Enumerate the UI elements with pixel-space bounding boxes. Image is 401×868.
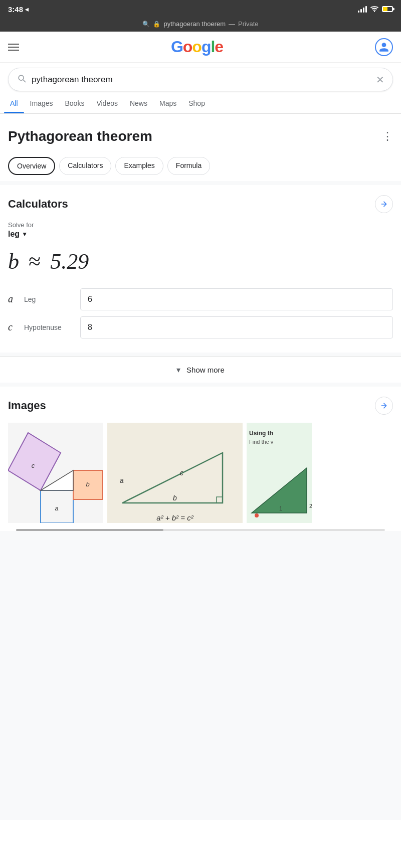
solve-for-value[interactable]: leg ▼ <box>8 230 393 239</box>
kp-title-row: Pythagorean theorem ⋮ <box>8 128 393 145</box>
search-icon <box>17 73 27 86</box>
location-icon: ◂ <box>25 6 29 13</box>
search-bar-container: pythagorean theorem ✕ <box>0 63 401 91</box>
kp-subtabs: Overview Calculators Examples Formula <box>0 151 401 181</box>
logo-o2: o <box>192 38 202 56</box>
status-bar: 3:48 ◂ <box>0 0 401 18</box>
calculators-section: Calculators Solve for leg ▼ b ≈ 5.29 a L… <box>0 185 401 353</box>
svg-point-19 <box>255 513 259 517</box>
calc-section-title: Calculators <box>8 198 68 211</box>
image-3[interactable]: Using th Find the v 1 2 <box>247 423 312 523</box>
images-grid: a b c a b <box>8 423 393 523</box>
image-1[interactable]: a b c <box>8 423 103 523</box>
images-section-header: Images <box>8 397 393 415</box>
account-button[interactable] <box>375 38 393 56</box>
more-options-button[interactable]: ⋮ <box>382 130 393 143</box>
battery-icon <box>382 6 393 12</box>
search-clear-button[interactable]: ✕ <box>376 74 384 86</box>
google-logo: Google <box>171 38 223 56</box>
lock-icon: 🔒 <box>153 21 160 28</box>
scroll-indicator <box>16 529 385 531</box>
signal-bars <box>358 6 367 13</box>
svg-text:1: 1 <box>279 505 282 511</box>
svg-text:c: c <box>180 469 183 477</box>
kp-title-section: Pythagorean theorem ⋮ <box>0 118 401 151</box>
time-display: 3:48 <box>8 5 23 14</box>
search-query[interactable]: pythagorean theorem <box>32 75 372 85</box>
tab-maps[interactable]: Maps <box>153 93 182 113</box>
show-more-section[interactable]: ▾ Show more <box>0 357 401 383</box>
google-header: Google <box>0 32 401 63</box>
images-section-title: Images <box>8 399 46 412</box>
tab-all[interactable]: All <box>4 93 24 113</box>
calc-fields: a Leg c Hypotenuse <box>8 288 393 338</box>
filter-tabs: All Images Books Videos News Maps Shop <box>0 93 401 114</box>
svg-text:Using th: Using th <box>249 430 273 437</box>
calc-input-c[interactable] <box>80 316 393 338</box>
calc-section-header: Calculators <box>8 195 393 213</box>
tab-videos[interactable]: Videos <box>90 93 124 113</box>
calc-arrow-button[interactable] <box>375 195 393 213</box>
hamburger-menu[interactable] <box>8 44 19 51</box>
logo-g2: g <box>202 38 211 56</box>
tab-shop[interactable]: Shop <box>182 93 211 113</box>
calc-field-c: c Hypotenuse <box>8 316 393 338</box>
search-icon-addr: 🔍 <box>142 21 150 28</box>
tab-images[interactable]: Images <box>24 93 59 113</box>
calc-field-a: a Leg <box>8 288 393 310</box>
svg-text:a: a <box>55 504 58 512</box>
tab-books[interactable]: Books <box>59 93 90 113</box>
subtab-formula[interactable]: Formula <box>167 157 210 175</box>
images-section: Images a b c <box>0 387 401 531</box>
svg-text:2: 2 <box>309 503 312 509</box>
svg-text:c: c <box>32 462 35 469</box>
svg-text:b: b <box>173 494 177 502</box>
calc-result: b ≈ 5.29 <box>8 249 393 274</box>
calc-input-a[interactable] <box>80 288 393 310</box>
solve-for-label: Solve for leg ▼ <box>8 221 393 239</box>
subtab-examples[interactable]: Examples <box>115 157 163 175</box>
svg-text:Find the v: Find the v <box>249 439 274 445</box>
image-2[interactable]: a b c a² + b² = c² <box>107 423 243 523</box>
address-bar[interactable]: 🔍 🔒 pythagoeran thoerem — Private <box>0 18 401 32</box>
address-separator: — <box>229 20 235 28</box>
solve-for-caret: ▼ <box>22 231 28 238</box>
status-right-icons <box>358 5 393 14</box>
status-time: 3:48 ◂ <box>8 5 29 14</box>
svg-text:a: a <box>120 476 124 484</box>
logo-g: G <box>171 38 183 56</box>
tab-news[interactable]: News <box>124 93 153 113</box>
subtab-overview[interactable]: Overview <box>8 157 55 175</box>
private-label: Private <box>238 20 258 28</box>
search-bar[interactable]: pythagorean theorem ✕ <box>8 68 393 91</box>
svg-point-0 <box>374 11 375 12</box>
svg-text:b: b <box>86 480 89 488</box>
main-content: Pythagorean theorem ⋮ Overview Calculato… <box>0 118 401 820</box>
chevron-down-icon: ▾ <box>176 365 180 375</box>
kp-title: Pythagorean theorem <box>8 128 152 145</box>
images-arrow-button[interactable] <box>375 397 393 415</box>
wifi-icon <box>370 5 379 14</box>
logo-o1: o <box>183 38 192 56</box>
subtab-calculators[interactable]: Calculators <box>59 157 111 175</box>
svg-text:a² + b² = c²: a² + b² = c² <box>156 513 193 522</box>
address-text: pythagoeran thoerem <box>163 20 226 28</box>
scroll-thumb <box>16 529 163 531</box>
show-more-label: Show more <box>186 366 225 374</box>
logo-e: e <box>215 38 223 56</box>
